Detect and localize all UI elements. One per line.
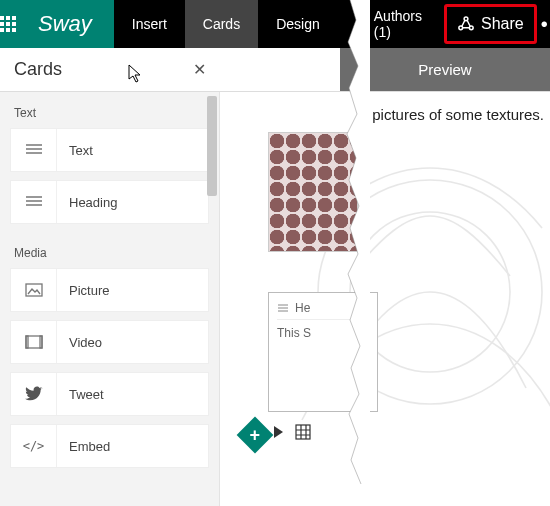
svg-rect-3 bbox=[0, 22, 4, 26]
heading-card-preview[interactable]: He This S bbox=[268, 292, 378, 412]
card-item-label: Video bbox=[57, 335, 102, 350]
share-label: Share bbox=[481, 15, 524, 33]
top-toolbar: Sway Insert Cards Design Authors (1) Sha… bbox=[0, 0, 550, 48]
svg-rect-18 bbox=[296, 425, 310, 439]
svg-point-11 bbox=[469, 26, 473, 30]
card-item-heading[interactable]: Heading bbox=[10, 180, 209, 224]
preview-title: Preview bbox=[340, 48, 550, 91]
card-item-text[interactable]: Text bbox=[10, 128, 209, 172]
preview-caption: pictures of some textures. bbox=[372, 106, 544, 123]
card-body-text: This S bbox=[277, 326, 369, 340]
card-item-label: Picture bbox=[57, 283, 109, 298]
waffle-icon bbox=[0, 16, 16, 32]
tab-authors[interactable]: Authors (1) bbox=[356, 0, 440, 48]
tab-insert[interactable]: Insert bbox=[114, 0, 185, 48]
card-item-label: Embed bbox=[57, 439, 110, 454]
more-button[interactable]: ••• bbox=[541, 0, 550, 48]
panel-scrollbar[interactable] bbox=[207, 96, 217, 196]
tab-cards[interactable]: Cards bbox=[185, 0, 258, 48]
app-launcher-button[interactable] bbox=[0, 0, 16, 48]
svg-point-9 bbox=[464, 17, 468, 21]
card-item-label: Tweet bbox=[57, 387, 104, 402]
panel-title: Cards ✕ bbox=[0, 48, 220, 91]
group-label-media: Media bbox=[0, 232, 219, 268]
card-item-picture[interactable]: Picture bbox=[10, 268, 209, 312]
text-lines-icon bbox=[11, 129, 57, 171]
text-lines-icon bbox=[11, 181, 57, 223]
twitter-icon bbox=[11, 373, 57, 415]
card-item-embed[interactable]: </> Embed bbox=[10, 424, 209, 468]
preview-canvas: pictures of some textures. He This S + bbox=[220, 92, 550, 506]
video-icon bbox=[11, 321, 57, 363]
picture-icon bbox=[11, 269, 57, 311]
card-item-video[interactable]: Video bbox=[10, 320, 209, 364]
top-tabs: Insert Cards Design Authors (1) bbox=[114, 0, 440, 48]
grid-icon[interactable] bbox=[295, 424, 311, 440]
svg-rect-6 bbox=[0, 28, 4, 32]
sub-toolbar: Cards ✕ Preview bbox=[0, 48, 550, 92]
svg-point-10 bbox=[459, 26, 463, 30]
plus-icon: + bbox=[250, 424, 261, 445]
svg-rect-14 bbox=[26, 336, 28, 348]
card-heading-label: He bbox=[295, 301, 310, 315]
mouse-cursor-icon bbox=[128, 64, 144, 84]
card-item-tweet[interactable]: Tweet bbox=[10, 372, 209, 416]
cards-panel: Text Text Heading Media Picture Video Tw… bbox=[0, 92, 220, 506]
svg-rect-15 bbox=[40, 336, 42, 348]
card-toolbar bbox=[274, 424, 311, 440]
card-item-label: Text bbox=[57, 143, 93, 158]
panel-close-button[interactable]: ✕ bbox=[193, 60, 206, 79]
brand-label: Sway bbox=[16, 0, 114, 48]
embed-icon: </> bbox=[11, 425, 57, 467]
svg-rect-1 bbox=[6, 16, 10, 20]
play-icon[interactable] bbox=[274, 426, 283, 438]
panel-title-label: Cards bbox=[14, 59, 62, 80]
add-card-button[interactable]: + bbox=[237, 417, 274, 454]
tab-design[interactable]: Design bbox=[258, 0, 338, 48]
texture-thumbnail[interactable] bbox=[268, 132, 358, 252]
svg-rect-7 bbox=[6, 28, 10, 32]
svg-rect-4 bbox=[6, 22, 10, 26]
share-button[interactable]: Share bbox=[444, 4, 537, 44]
share-icon bbox=[457, 15, 475, 33]
svg-rect-0 bbox=[0, 16, 4, 20]
group-label-text: Text bbox=[0, 92, 219, 128]
card-item-label: Heading bbox=[57, 195, 117, 210]
